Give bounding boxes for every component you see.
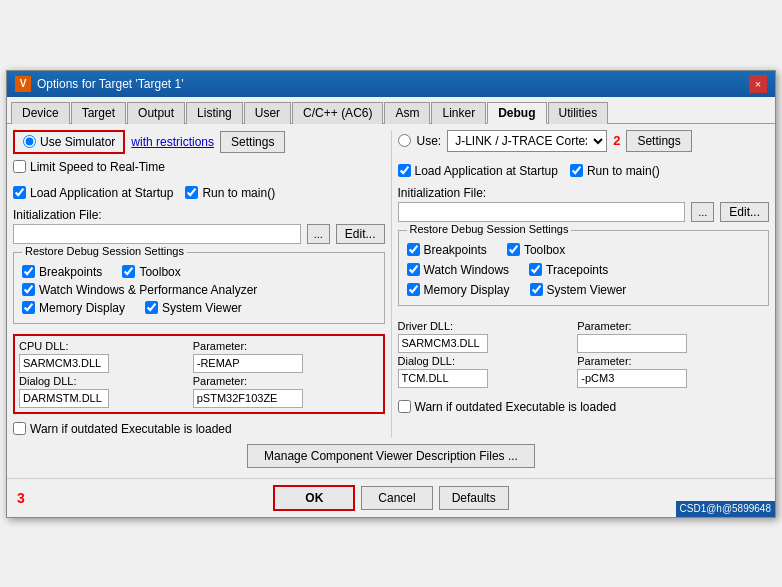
right-memory-label: Memory Display [424,283,510,297]
driver-dll-label: Driver DLL: [398,320,570,332]
manage-section: Manage Component Viewer Description File… [13,444,769,468]
right-breakpoints-checkbox[interactable] [407,243,420,256]
memory-display-row: Memory Display [22,301,125,315]
right-breakpoints-row: Breakpoints [407,243,487,257]
right-init-file-input[interactable] [398,202,686,222]
use-simulator-row: Use Simulator with restrictions Settings [13,130,385,154]
status-text: CSD1@h@5899648 [680,503,771,514]
memory-display-label: Memory Display [39,301,125,315]
system-viewer-checkbox[interactable] [145,301,158,314]
two-columns: Use Simulator with restrictions Settings… [13,130,769,438]
right-init-edit-button[interactable]: Edit... [720,202,769,222]
tab-output[interactable]: Output [127,102,185,124]
badge2-label: 2 [613,133,620,148]
driver-dll-col: Driver DLL: Dialog DLL: [398,320,570,388]
cpu-dll-input[interactable] [19,354,109,373]
init-file-browse-button[interactable]: ... [307,224,330,244]
dialog-param-input-left[interactable] [193,389,303,408]
right-memory-row: Memory Display [407,283,510,297]
warn-right-checkbox[interactable] [398,400,411,413]
load-app-checkbox[interactable] [13,186,26,199]
toolbox-label: Toolbox [139,265,180,279]
right-dialog-dll-input[interactable] [398,369,488,388]
use-device-radio[interactable] [398,134,411,147]
device-select[interactable]: J-LINK / J-TRACE Cortex [447,130,607,152]
warn-left-checkbox[interactable] [13,422,26,435]
init-file-edit-button[interactable]: Edit... [336,224,385,244]
simulator-settings-button[interactable]: Settings [220,131,285,153]
right-load-app-checkbox[interactable] [398,164,411,177]
right-load-app-checkbox-row: Load Application at Startup [398,164,558,178]
init-file-input[interactable] [13,224,301,244]
right-dialog-dll-label: Dialog DLL: [398,355,570,367]
bottom-bar: 3 OK Cancel Defaults CSD1@h@5899648 [7,478,775,517]
dll-grid-right: Driver DLL: Dialog DLL: Parameter: Param… [398,316,770,392]
right-init-file-section: Initialization File: ... Edit... [398,186,770,222]
load-app-row: Load Application at Startup Run to main(… [13,184,385,202]
tab-user[interactable]: User [244,102,291,124]
dialog-dll-input-left[interactable] [19,389,109,408]
run-to-main-label: Run to main() [202,186,275,200]
main-dialog: V Options for Target 'Target 1' × Device… [6,70,776,518]
ok-button[interactable]: OK [273,485,355,511]
breakpoints-checkbox[interactable] [22,265,35,278]
system-viewer-label: System Viewer [162,301,242,315]
driver-param-input[interactable] [577,334,687,353]
use-simulator-radio[interactable] [23,135,36,148]
dialog-param-label-left: Parameter: [193,375,379,387]
cpu-dll-col: CPU DLL: Dialog DLL: [19,340,185,408]
watch-windows-label: Watch Windows & Performance Analyzer [39,283,257,297]
right-load-app-label: Load Application at Startup [415,164,558,178]
close-button[interactable]: × [749,75,767,93]
load-app-label: Load Application at Startup [30,186,173,200]
warn-right-row: Warn if outdated Executable is loaded [398,400,770,414]
driver-dll-input[interactable] [398,334,488,353]
with-restrictions-link[interactable]: with restrictions [131,135,214,149]
dll-section-right: Driver DLL: Dialog DLL: Parameter: Param… [398,316,770,392]
right-watch-row: Watch Windows [407,263,510,277]
cpu-param-input[interactable] [193,354,303,373]
cpu-param-col: Parameter: Parameter: [193,340,379,408]
right-breakpoints-label: Breakpoints [424,243,487,257]
tab-debug[interactable]: Debug [487,102,546,124]
right-column: Use: J-LINK / J-TRACE Cortex 2 Settings … [398,130,770,438]
right-tracepoints-checkbox[interactable] [529,263,542,276]
right-tracepoints-row: Tracepoints [529,263,608,277]
right-sysview-checkbox[interactable] [530,283,543,296]
app-icon: V [15,76,31,92]
memory-display-checkbox[interactable] [22,301,35,314]
right-watch-checkbox[interactable] [407,263,420,276]
tab-target[interactable]: Target [71,102,126,124]
restore-debug-section: Restore Debug Session Settings Breakpoin… [13,252,385,324]
tab-linker[interactable]: Linker [431,102,486,124]
tab-utilities[interactable]: Utilities [548,102,609,124]
limit-speed-checkbox[interactable] [13,160,26,173]
right-init-browse-button[interactable]: ... [691,202,714,222]
right-run-to-main-checkbox[interactable] [570,164,583,177]
breakpoints-label: Breakpoints [39,265,102,279]
right-toolbox-row: Toolbox [507,243,565,257]
toolbox-checkbox[interactable] [122,265,135,278]
right-memory-checkbox[interactable] [407,283,420,296]
device-settings-button[interactable]: Settings [626,130,691,152]
title-bar-left: V Options for Target 'Target 1' [15,76,183,92]
use-label: Use: [417,134,442,148]
warn-left-row: Warn if outdated Executable is loaded [13,422,385,436]
driver-param-label: Parameter: [577,320,769,332]
column-divider [391,130,392,438]
right-dialog-param-input[interactable] [577,369,687,388]
tab-cpp[interactable]: C/C++ (AC6) [292,102,383,124]
tab-asm[interactable]: Asm [384,102,430,124]
tab-listing[interactable]: Listing [186,102,243,124]
cancel-button[interactable]: Cancel [361,486,432,510]
watch-windows-checkbox[interactable] [22,283,35,296]
right-restore-checkboxes: Breakpoints Toolbox Watch Windows [407,241,761,299]
defaults-button[interactable]: Defaults [439,486,509,510]
right-sysview-label: System Viewer [547,283,627,297]
run-to-main-checkbox[interactable] [185,186,198,199]
manage-component-button[interactable]: Manage Component Viewer Description File… [247,444,535,468]
tab-device[interactable]: Device [11,102,70,124]
right-restore-label: Restore Debug Session Settings [407,223,572,235]
run-to-main-checkbox-row: Run to main() [185,186,275,200]
right-toolbox-checkbox[interactable] [507,243,520,256]
